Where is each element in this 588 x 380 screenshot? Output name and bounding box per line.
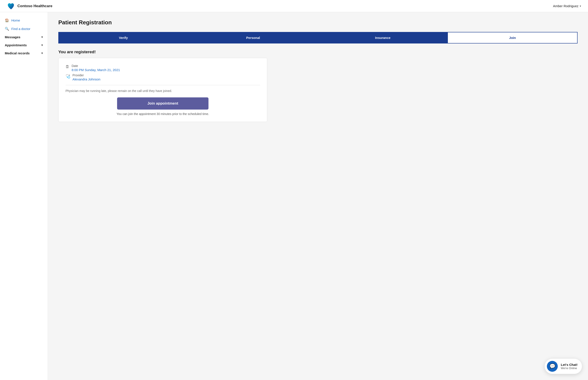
calendar-icon: 🗓 [65, 65, 69, 69]
sidebar-item-home[interactable]: 🏠 Home [0, 16, 48, 25]
step-verify[interactable]: Verify [58, 32, 188, 43]
sidebar-item-find-doctor-label: Find a doctor [11, 27, 30, 31]
card-divider [65, 85, 260, 85]
join-appointment-button[interactable]: Join appointment [117, 97, 208, 110]
sidebar-item-messages[interactable]: Messages ▾ [0, 33, 48, 41]
home-icon: 🏠 [5, 18, 9, 22]
sidebar-item-home-label: Home [11, 19, 20, 22]
sidebar: 🏠 Home 🔍 Find a doctor Messages ▾ Appoin… [0, 12, 48, 380]
info-card: 🗓 Date 8:00 PM Sunday, March 21, 2021 🩺 … [58, 58, 267, 122]
registered-title: You are registered! [58, 50, 267, 54]
sidebar-item-appointments[interactable]: Appointments ▾ [0, 41, 48, 49]
sidebar-messages-label: Messages [5, 35, 20, 39]
chat-text: Let's Chat! We're Online [561, 363, 578, 370]
sidebar-appointments-label: Appointments [5, 43, 27, 47]
physician-note: Physician may be running late, please re… [65, 89, 260, 93]
sidebar-item-medical-records[interactable]: Medical records ▾ [0, 49, 48, 57]
app-body: 🏠 Home 🔍 Find a doctor Messages ▾ Appoin… [0, 12, 588, 380]
provider-info: Provider Alexandra Johnson [72, 74, 100, 81]
provider-row: 🩺 Provider Alexandra Johnson [65, 74, 260, 81]
page-title: Patient Registration [58, 19, 578, 26]
brand-logo-icon [7, 2, 15, 10]
chat-widget[interactable]: 💬 Let's Chat! We're Online [545, 359, 582, 374]
top-navigation: Contoso Healthcare Amber Rodriguez ▾ [0, 0, 588, 12]
provider-value: Alexandra Johnson [72, 77, 100, 81]
main-content: Patient Registration Verify Personal Ins… [48, 12, 588, 380]
date-info: Date 8:00 PM Sunday, March 21, 2021 [72, 64, 120, 72]
date-value: 8:00 PM Sunday, March 21, 2021 [72, 68, 120, 72]
user-menu[interactable]: Amber Rodriguez ▾ [553, 4, 581, 8]
chat-title: Let's Chat! [561, 363, 578, 366]
step-join[interactable]: Join [447, 32, 578, 43]
brand: Contoso Healthcare [7, 2, 52, 10]
provider-icon: 🩺 [65, 74, 70, 79]
user-name: Amber Rodriguez [553, 4, 578, 8]
join-note: You can join the appointment 30 minutes … [65, 112, 260, 116]
chat-icon: 💬 [547, 361, 558, 372]
registration-section: You are registered! 🗓 Date 8:00 PM Sunda… [58, 50, 267, 122]
provider-label: Provider [72, 74, 100, 77]
messages-chevron-icon: ▾ [41, 36, 43, 39]
step-insurance[interactable]: Insurance [318, 32, 447, 43]
sidebar-item-find-doctor[interactable]: 🔍 Find a doctor [0, 25, 48, 33]
date-label: Date [72, 64, 120, 68]
find-doctor-icon: 🔍 [5, 27, 9, 31]
sidebar-medical-records-label: Medical records [5, 51, 30, 55]
medical-records-chevron-icon: ▾ [41, 52, 43, 55]
user-chevron-icon: ▾ [580, 5, 581, 8]
date-row: 🗓 Date 8:00 PM Sunday, March 21, 2021 [65, 64, 260, 72]
chat-status: We're Online [561, 366, 578, 370]
appointments-chevron-icon: ▾ [41, 43, 43, 47]
brand-name: Contoso Healthcare [17, 4, 52, 8]
step-personal[interactable]: Personal [188, 32, 318, 43]
registration-stepper: Verify Personal Insurance Join [58, 32, 578, 43]
